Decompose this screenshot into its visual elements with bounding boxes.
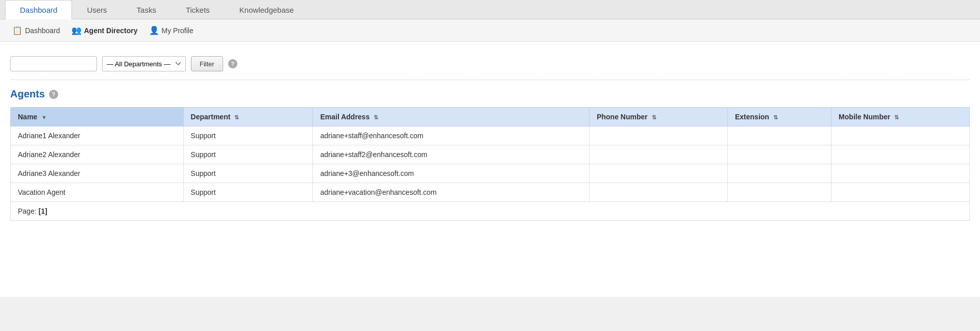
search-input[interactable]: [10, 56, 97, 71]
subnav-dashboard[interactable]: 📋 Dashboard: [8, 23, 64, 37]
col-name[interactable]: Name ▼: [11, 108, 184, 126]
tab-dashboard[interactable]: Dashboard: [5, 0, 72, 19]
table-row[interactable]: Adriane2 AlexanderSupportadriane+staff2@…: [11, 145, 970, 164]
phone-sort-icon: ⇅: [652, 114, 656, 121]
pagination-row: Page: [1]: [10, 202, 970, 221]
main-content: — All Departments — Support Sales Billin…: [0, 42, 980, 297]
agents-help-icon[interactable]: ?: [49, 90, 58, 99]
col-phone[interactable]: Phone Number ⇅: [590, 108, 728, 126]
filter-help-icon[interactable]: ?: [228, 59, 237, 68]
subnav-my-profile[interactable]: 👤 My Profile: [145, 23, 198, 37]
cell-department: Support: [183, 126, 313, 145]
subnav-dashboard-label: Dashboard: [25, 27, 60, 35]
col-mobile[interactable]: Mobile Number ⇅: [831, 108, 970, 126]
email-sort-icon: ⇅: [374, 114, 378, 121]
cell-mobile: [831, 164, 970, 183]
subnav-agent-directory-label: Agent Directory: [84, 27, 138, 35]
sub-navigation: 📋 Dashboard 👥 Agent Directory 👤 My Profi…: [0, 19, 980, 42]
tab-tasks[interactable]: Tasks: [122, 0, 171, 19]
pagination-label: Page:: [18, 207, 37, 215]
agents-table: Name ▼ Department ⇅ Email Address ⇅ Phon…: [10, 107, 970, 202]
subnav-agent-directory[interactable]: 👥 Agent Directory: [67, 23, 142, 37]
agents-title: Agents: [10, 88, 45, 100]
cell-phone: [590, 183, 728, 202]
table-row[interactable]: Adriane1 AlexanderSupportadriane+staff@e…: [11, 126, 970, 145]
cell-mobile: [831, 183, 970, 202]
col-email[interactable]: Email Address ⇅: [313, 108, 590, 126]
pagination-current-page: [1]: [38, 207, 47, 215]
filter-row: — All Departments — Support Sales Billin…: [10, 50, 970, 80]
dashboard-icon: 📋: [12, 26, 22, 35]
tab-knowledgebase[interactable]: Knowledgebase: [225, 0, 309, 19]
filter-button[interactable]: Filter: [191, 56, 223, 71]
cell-name: Adriane2 Alexander: [11, 145, 184, 164]
name-sort-icon: ▼: [41, 114, 47, 120]
cell-extension: [727, 126, 831, 145]
cell-mobile: [831, 145, 970, 164]
cell-extension: [727, 183, 831, 202]
cell-email: adriane+staff@enhancesoft.com: [313, 126, 590, 145]
department-sort-icon: ⇅: [234, 114, 239, 121]
cell-department: Support: [183, 164, 313, 183]
cell-extension: [727, 164, 831, 183]
cell-name: Adriane3 Alexander: [11, 164, 184, 183]
cell-phone: [590, 126, 728, 145]
cell-phone: [590, 145, 728, 164]
cell-email: adriane+3@enhancesoft.com: [313, 164, 590, 183]
tab-users[interactable]: Users: [72, 0, 121, 19]
subnav-my-profile-label: My Profile: [162, 27, 193, 35]
cell-department: Support: [183, 145, 313, 164]
cell-email: adriane+vacation@enhancesoft.com: [313, 183, 590, 202]
cell-name: Vacation Agent: [11, 183, 184, 202]
top-navigation: Dashboard Users Tasks Tickets Knowledgeb…: [0, 0, 980, 19]
col-department[interactable]: Department ⇅: [183, 108, 313, 126]
mobile-sort-icon: ⇅: [894, 114, 899, 121]
cell-name: Adriane1 Alexander: [11, 126, 184, 145]
my-profile-icon: 👤: [149, 26, 159, 35]
extension-sort-icon: ⇅: [773, 114, 778, 121]
col-extension[interactable]: Extension ⇅: [727, 108, 831, 126]
table-row[interactable]: Adriane3 AlexanderSupportadriane+3@enhan…: [11, 164, 970, 183]
agent-directory-icon: 👥: [71, 26, 82, 35]
department-select[interactable]: — All Departments — Support Sales Billin…: [102, 56, 186, 71]
table-row[interactable]: Vacation AgentSupportadriane+vacation@en…: [11, 183, 970, 202]
agents-heading: Agents ?: [10, 88, 970, 100]
tab-tickets[interactable]: Tickets: [171, 0, 225, 19]
cell-email: adriane+staff2@enhancesoft.com: [313, 145, 590, 164]
table-header-row: Name ▼ Department ⇅ Email Address ⇅ Phon…: [11, 108, 970, 126]
cell-extension: [727, 145, 831, 164]
cell-mobile: [831, 126, 970, 145]
cell-department: Support: [183, 183, 313, 202]
cell-phone: [590, 164, 728, 183]
